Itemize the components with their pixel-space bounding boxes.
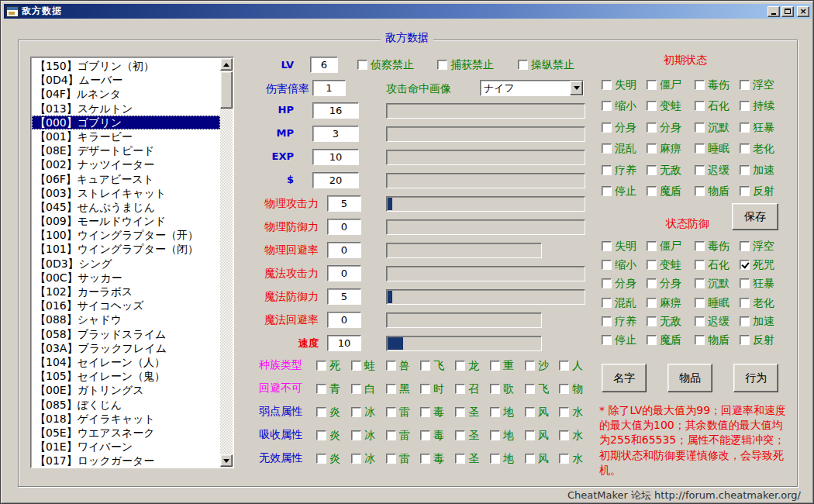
attr-checkbox[interactable] bbox=[351, 454, 361, 464]
attr-checkbox[interactable] bbox=[316, 430, 326, 440]
minimize-button[interactable] bbox=[767, 6, 780, 17]
status-defense-checkbox[interactable] bbox=[740, 241, 750, 251]
enemy-list-item[interactable]: 【0D4】ムーバー bbox=[32, 73, 220, 87]
initial-status-checkbox[interactable] bbox=[602, 80, 612, 90]
attr-checkbox[interactable] bbox=[386, 361, 396, 371]
stat-bar[interactable] bbox=[386, 266, 585, 281]
initial-status-checkbox[interactable] bbox=[740, 123, 750, 133]
stat-bar[interactable] bbox=[386, 173, 585, 188]
vertical-scrollbar[interactable] bbox=[220, 58, 233, 467]
attr-checkbox[interactable] bbox=[386, 454, 396, 464]
status-defense-checkbox[interactable] bbox=[647, 335, 657, 345]
status-defense-checkbox[interactable] bbox=[740, 260, 750, 270]
save-button[interactable]: 保存 bbox=[732, 203, 778, 230]
stat-bar[interactable] bbox=[386, 126, 585, 142]
stat-input[interactable]: 0 bbox=[327, 312, 361, 328]
initial-status-checkbox[interactable] bbox=[740, 165, 750, 175]
maximize-button[interactable] bbox=[781, 6, 794, 17]
status-defense-checkbox[interactable] bbox=[602, 335, 612, 345]
attr-checkbox[interactable] bbox=[490, 454, 500, 464]
status-defense-checkbox[interactable] bbox=[695, 241, 705, 251]
attr-checkbox[interactable] bbox=[490, 361, 500, 371]
attr-checkbox[interactable] bbox=[316, 454, 326, 464]
status-defense-checkbox[interactable] bbox=[695, 278, 705, 288]
stat-input[interactable]: 0 bbox=[327, 219, 361, 235]
attr-checkbox[interactable] bbox=[455, 407, 465, 417]
stat-input[interactable]: 5 bbox=[327, 288, 361, 305]
attr-checkbox[interactable] bbox=[559, 384, 569, 394]
name-button[interactable]: 名字 bbox=[602, 364, 647, 392]
enemy-list[interactable]: 【150】ゴブリン（初）【0D4】ムーバー【04F】ルネンタ【013】スケルトン… bbox=[30, 57, 234, 468]
attr-checkbox[interactable] bbox=[420, 454, 430, 464]
stat-input[interactable]: 5 bbox=[327, 195, 361, 212]
attr-checkbox[interactable] bbox=[316, 384, 326, 394]
enemy-list-item[interactable]: 【016】サイコヘッズ bbox=[32, 299, 220, 312]
enemy-list-item[interactable]: 【009】モールドウインド bbox=[32, 214, 220, 228]
initial-status-checkbox[interactable] bbox=[602, 123, 612, 133]
initial-status-checkbox[interactable] bbox=[740, 143, 750, 154]
damage-input[interactable]: 1 bbox=[312, 80, 346, 96]
attack-image-combobox[interactable]: ナイフ bbox=[480, 80, 584, 96]
scroll-up-button[interactable] bbox=[220, 58, 233, 71]
initial-status-checkbox[interactable] bbox=[647, 80, 657, 90]
flag-checkbox-1[interactable] bbox=[437, 60, 447, 70]
enemy-list-item[interactable]: 【001】キラービー bbox=[32, 129, 220, 143]
status-defense-checkbox[interactable] bbox=[695, 260, 705, 270]
attr-checkbox[interactable] bbox=[386, 430, 396, 440]
status-defense-checkbox[interactable] bbox=[740, 298, 750, 308]
initial-status-checkbox[interactable] bbox=[740, 80, 750, 90]
attr-checkbox[interactable] bbox=[420, 361, 430, 371]
attr-checkbox[interactable] bbox=[559, 454, 569, 464]
close-button[interactable]: × bbox=[797, 6, 809, 17]
stat-bar[interactable] bbox=[386, 312, 542, 328]
stat-bar[interactable] bbox=[386, 336, 542, 351]
attr-checkbox[interactable] bbox=[525, 454, 535, 464]
enemy-list-item[interactable]: 【085】ぼくじん bbox=[32, 398, 220, 412]
stat-input[interactable]: 10 bbox=[327, 335, 361, 351]
enemy-list-item[interactable]: 【018】ゲイラキャット bbox=[32, 412, 220, 426]
status-defense-checkbox[interactable] bbox=[647, 316, 657, 326]
status-defense-checkbox[interactable] bbox=[695, 298, 705, 308]
attr-checkbox[interactable] bbox=[559, 430, 569, 440]
enemy-list-item[interactable]: 【017】ロックガーター bbox=[32, 454, 220, 467]
attr-checkbox[interactable] bbox=[351, 361, 361, 371]
enemy-list-item[interactable]: 【0D3】シング bbox=[32, 257, 220, 271]
attr-checkbox[interactable] bbox=[455, 430, 465, 440]
status-defense-checkbox[interactable] bbox=[602, 278, 612, 288]
attr-checkbox[interactable] bbox=[386, 384, 396, 394]
status-defense-checkbox[interactable] bbox=[602, 316, 612, 326]
enemy-list-item[interactable]: 【105】セイレーン（鬼） bbox=[32, 369, 220, 383]
attr-checkbox[interactable] bbox=[351, 407, 361, 417]
attr-checkbox[interactable] bbox=[455, 384, 465, 394]
enemy-list-item[interactable]: 【088】シャドウ bbox=[32, 312, 220, 326]
lv-input[interactable]: 6 bbox=[310, 57, 338, 73]
status-defense-checkbox[interactable] bbox=[695, 316, 705, 326]
initial-status-checkbox[interactable] bbox=[695, 123, 705, 133]
enemy-list-item[interactable]: 【06F】キュアビースト bbox=[32, 172, 220, 186]
stat-input[interactable]: 16 bbox=[312, 102, 359, 119]
initial-status-checkbox[interactable] bbox=[695, 186, 705, 196]
enemy-list-item[interactable]: 【01E】ワイバーン bbox=[32, 440, 220, 454]
attr-checkbox[interactable] bbox=[420, 384, 430, 394]
stat-input[interactable]: 10 bbox=[312, 149, 359, 165]
attr-checkbox[interactable] bbox=[351, 384, 361, 394]
enemy-list-item[interactable]: 【150】ゴブリン（初） bbox=[32, 59, 220, 73]
attr-checkbox[interactable] bbox=[525, 384, 535, 394]
enemy-list-item[interactable]: 【045】せんぷうまじん bbox=[32, 200, 220, 214]
enemy-list-item[interactable]: 【00C】サッカー bbox=[32, 271, 220, 285]
attr-checkbox[interactable] bbox=[559, 407, 569, 417]
behavior-button[interactable]: 行为 bbox=[733, 364, 778, 392]
item-button[interactable]: 物品 bbox=[667, 364, 712, 392]
initial-status-checkbox[interactable] bbox=[647, 123, 657, 133]
attr-checkbox[interactable] bbox=[420, 407, 430, 417]
status-defense-checkbox[interactable] bbox=[602, 298, 612, 308]
attr-checkbox[interactable] bbox=[455, 454, 465, 464]
enemy-list-item[interactable]: 【102】カーラボス bbox=[32, 285, 220, 299]
initial-status-checkbox[interactable] bbox=[602, 186, 612, 196]
initial-status-checkbox[interactable] bbox=[695, 165, 705, 175]
enemy-list-item[interactable]: 【000】ゴブリン bbox=[32, 116, 220, 129]
initial-status-checkbox[interactable] bbox=[647, 101, 657, 111]
title-bar[interactable]: 敌方数据 × bbox=[4, 4, 812, 19]
stat-input[interactable]: 0 bbox=[327, 265, 361, 281]
enemy-list-item[interactable]: 【03A】ブラックフレイム bbox=[32, 341, 220, 355]
